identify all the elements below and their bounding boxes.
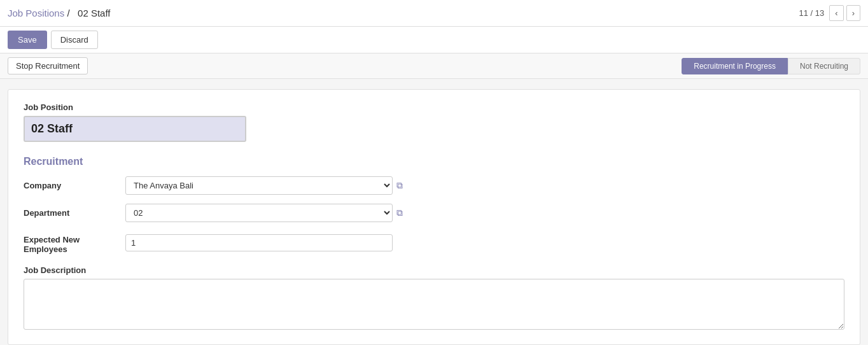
company-external-link-icon[interactable]: ⧉ [396,180,403,191]
status-steps: Recruitment in Progress Not Recruiting [682,58,860,74]
department-row-value: 02 ⧉ [125,204,469,222]
top-bar: Job Positions / 02 Staff 11 / 13 ‹ › [0,0,868,27]
save-button[interactable]: Save [8,31,47,49]
status-step-not-recruiting[interactable]: Not Recruiting [788,58,860,74]
stop-recruitment-button[interactable]: Stop Recruitment [8,57,88,74]
status-bar: Stop Recruitment Recruitment in Progress… [0,53,868,79]
expected-employees-row-value [125,234,469,251]
expected-employees-input[interactable] [125,234,393,251]
nav-counter: 11 / 13 [799,8,825,18]
breadcrumb-current: 02 Staff [78,8,110,18]
department-select[interactable]: 02 [125,204,393,222]
nav-next-button[interactable]: › [846,5,860,21]
job-description-label: Job Description [24,265,844,275]
form-grid: Company The Anvaya Bali ⧉ Department 02 … [24,176,469,254]
main-content: Job Position Recruitment Company The Anv… [0,79,868,345]
nav-controls: 11 / 13 ‹ › [799,5,860,21]
action-bar: Save Discard [0,27,868,53]
job-position-input[interactable] [24,116,246,142]
job-position-label: Job Position [24,102,844,112]
expected-employees-label: Expected New Employees [24,231,125,254]
breadcrumb-separator: / [67,8,69,18]
company-row-value: The Anvaya Bali ⧉ [125,176,469,195]
discard-button[interactable]: Discard [51,31,98,49]
breadcrumb-parent[interactable]: Job Positions [8,8,64,18]
breadcrumb: Job Positions / 02 Staff [8,8,111,18]
form-card: Job Position Recruitment Company The Anv… [8,89,860,345]
company-select[interactable]: The Anvaya Bali [125,176,393,195]
status-step-in-progress[interactable]: Recruitment in Progress [682,58,788,74]
department-external-link-icon[interactable]: ⧉ [396,208,403,218]
department-label: Department [24,208,125,218]
recruitment-section-title: Recruitment [24,156,844,167]
company-label: Company [24,181,125,190]
job-description-textarea[interactable] [24,279,844,330]
nav-prev-button[interactable]: ‹ [829,5,843,21]
